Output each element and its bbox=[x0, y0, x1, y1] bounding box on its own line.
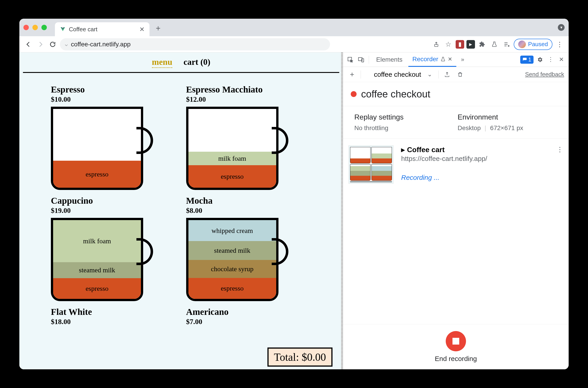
product-name: Flat White bbox=[51, 307, 176, 317]
tab-title: Coffee cart bbox=[69, 26, 98, 33]
layer-steamed: steamed milk bbox=[53, 262, 141, 278]
recorder-settings: Replay settings No throttling Environmen… bbox=[343, 106, 569, 139]
environment-header[interactable]: Environment bbox=[458, 113, 523, 121]
window-close-button[interactable] bbox=[24, 25, 29, 30]
profile-chip[interactable]: Paused bbox=[514, 39, 552, 50]
reload-button[interactable] bbox=[48, 39, 58, 49]
replay-settings-header[interactable]: Replay settings bbox=[354, 113, 404, 121]
browser-tab[interactable]: Coffee cart ✕ bbox=[55, 22, 149, 36]
product-price: $19.00 bbox=[51, 206, 176, 215]
product-mocha[interactable]: Mocha$8.00whipped creamsteamed milkchoco… bbox=[186, 195, 312, 301]
new-recording-icon[interactable]: + bbox=[347, 70, 357, 79]
product-name: Espresso Macchiato bbox=[186, 84, 312, 95]
product-americano[interactable]: Americano$7.00 bbox=[186, 307, 312, 329]
step-item[interactable]: ▸ Coffee cart https://coffee-cart.netlif… bbox=[348, 146, 563, 184]
step-url: https://coffee-cart.netlify.app/ bbox=[401, 155, 549, 163]
cup-illustration: milk foamsteamed milkespresso bbox=[51, 218, 152, 301]
recording-title: coffee checkout bbox=[361, 88, 430, 100]
browser-window: Coffee cart ✕ + ▾ ⌵ coffee-cart.netlify.… bbox=[19, 19, 569, 369]
extension1-icon[interactable]: ▮ bbox=[456, 40, 464, 48]
product-grid: Espresso$10.00espressoEspresso Macchiato… bbox=[19, 73, 343, 336]
issues-badge[interactable]: 1 bbox=[520, 56, 534, 64]
tab-close-icon[interactable]: ✕ bbox=[139, 26, 145, 33]
step-thumbnail bbox=[348, 146, 393, 184]
window-titlebar: Coffee cart ✕ + ▾ bbox=[19, 19, 569, 36]
layer-milkfoam: milk foam bbox=[53, 220, 141, 262]
step-title-text: Coffee cart bbox=[407, 146, 445, 154]
window-maximize-button[interactable] bbox=[41, 25, 47, 30]
inspect-icon[interactable] bbox=[346, 55, 355, 64]
device-toggle-icon[interactable] bbox=[357, 55, 366, 64]
vue-favicon-icon bbox=[60, 26, 66, 32]
product-price: $12.00 bbox=[186, 95, 312, 103]
record-indicator-icon bbox=[351, 91, 357, 97]
share-icon[interactable] bbox=[431, 39, 441, 49]
page-content: menu cart (0) Espresso$10.00espressoEspr… bbox=[19, 52, 343, 369]
reading-list-icon[interactable] bbox=[502, 39, 512, 49]
devtools-menu-icon[interactable]: ⋮ bbox=[546, 55, 555, 64]
tab-elements[interactable]: Elements bbox=[372, 53, 407, 66]
forward-button[interactable] bbox=[36, 39, 46, 49]
layer-milkfoam: milk foam bbox=[188, 152, 276, 165]
more-tabs-icon[interactable]: » bbox=[458, 55, 467, 64]
page-nav: menu cart (0) bbox=[23, 52, 339, 73]
profile-state: Paused bbox=[528, 41, 548, 48]
product-flat-white[interactable]: Flat White$18.00 bbox=[51, 307, 176, 329]
replay-throttling-value: No throttling bbox=[354, 124, 404, 132]
total-box[interactable]: Total: $0.00 bbox=[268, 347, 333, 367]
product-price: $8.00 bbox=[186, 206, 312, 215]
end-recording-button[interactable] bbox=[446, 331, 466, 351]
delete-icon[interactable] bbox=[456, 70, 465, 79]
window-minimize-button[interactable] bbox=[32, 25, 38, 30]
address-bar[interactable]: ⌵ coffee-cart.netlify.app bbox=[60, 38, 330, 50]
product-cappucino[interactable]: Cappucino$19.00milk foamsteamed milkespr… bbox=[51, 195, 176, 301]
product-name: Mocha bbox=[186, 195, 312, 206]
layer-choco: chocolate syrup bbox=[188, 260, 276, 278]
recorder-close-icon[interactable]: ✕ bbox=[448, 56, 452, 62]
product-espresso[interactable]: Espresso$10.00espresso bbox=[51, 84, 176, 190]
layer-espresso: espresso bbox=[188, 165, 276, 188]
layer-steamed: steamed milk bbox=[188, 241, 276, 260]
layer-espresso: espresso bbox=[53, 161, 141, 188]
back-button[interactable] bbox=[24, 39, 33, 49]
extensions-icon[interactable] bbox=[477, 39, 487, 49]
layer-whipped: whipped cream bbox=[188, 220, 276, 241]
layer-espresso: espresso bbox=[53, 278, 141, 299]
send-feedback-link[interactable]: Send feedback bbox=[525, 71, 564, 78]
recording-header: coffee checkout bbox=[343, 82, 569, 106]
tab-search-icon[interactable]: ▾ bbox=[558, 24, 564, 31]
layer-espresso: espresso bbox=[188, 278, 276, 299]
new-tab-button[interactable]: + bbox=[156, 24, 161, 33]
cup-illustration: milk foamespresso bbox=[186, 107, 288, 190]
product-price: $18.00 bbox=[51, 317, 176, 326]
extension2-icon[interactable]: ▸ bbox=[466, 40, 475, 48]
devtools-tabs: Elements Recorder ✕ » 1 ⋮ ✕ bbox=[343, 52, 569, 67]
expand-icon[interactable]: ▸ bbox=[401, 146, 405, 154]
labs-icon[interactable] bbox=[490, 39, 499, 49]
cup-illustration: whipped creamsteamed milkchocolate syrup… bbox=[186, 218, 288, 301]
product-name: Cappucino bbox=[51, 195, 176, 206]
avatar-icon bbox=[518, 41, 526, 48]
product-price: $7.00 bbox=[186, 317, 312, 326]
recorder-toolbar: + coffee checkout ⌄ Send feedback bbox=[343, 67, 569, 82]
nav-menu[interactable]: menu bbox=[152, 57, 172, 68]
recorder-footer: End recording bbox=[343, 324, 569, 369]
tab-recorder[interactable]: Recorder ✕ bbox=[408, 52, 456, 67]
cup-illustration: espresso bbox=[51, 107, 152, 190]
nav-cart[interactable]: cart (0) bbox=[183, 57, 210, 68]
devtools-panel: Elements Recorder ✕ » 1 ⋮ ✕ bbox=[343, 52, 569, 369]
chrome-menu-icon[interactable]: ⋮ bbox=[555, 39, 564, 49]
step-menu-icon[interactable]: ⋮ bbox=[557, 146, 563, 153]
product-espresso-macchiato[interactable]: Espresso Macchiato$12.00milk foamespress… bbox=[186, 84, 312, 190]
recording-selector[interactable]: coffee checkout bbox=[374, 71, 421, 78]
site-info-icon[interactable]: ⌵ bbox=[65, 41, 68, 47]
recording-status: Recording ... bbox=[401, 174, 549, 181]
devtools-settings-icon[interactable] bbox=[535, 55, 544, 64]
product-name: Americano bbox=[186, 307, 312, 317]
flask-icon bbox=[441, 57, 445, 62]
export-icon[interactable] bbox=[442, 70, 452, 79]
bookmark-icon[interactable]: ☆ bbox=[443, 39, 453, 49]
environment-value: Desktop 672×671 px bbox=[458, 124, 523, 132]
devtools-close-icon[interactable]: ✕ bbox=[557, 55, 566, 64]
chevron-down-icon[interactable]: ⌄ bbox=[425, 70, 434, 79]
